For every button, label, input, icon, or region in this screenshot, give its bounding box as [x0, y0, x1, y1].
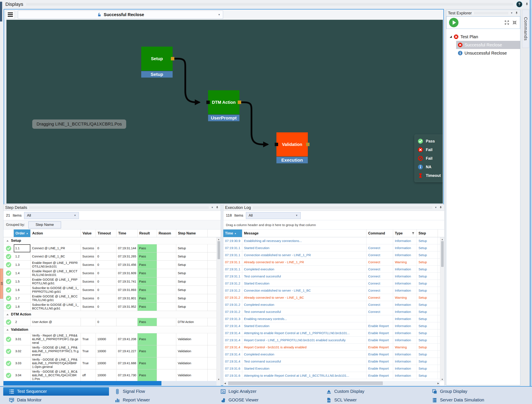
- commands-tab[interactable]: Commands: [522, 10, 529, 48]
- step-group-header-validation[interactable]: Validation: [3, 326, 217, 333]
- pin-icon[interactable]: [525, 2, 529, 6]
- log-row[interactable]: 07:19:31.1Already connected to server - …: [223, 259, 440, 266]
- step-details-filter-dropdown[interactable]: All ▼: [24, 212, 79, 219]
- log-row[interactable]: 07:19:31.4Completed executionEnable Repo…: [223, 351, 440, 358]
- log-row[interactable]: 07:19:31.1Completed executionConnectInfo…: [223, 266, 440, 273]
- help-icon[interactable]: ?: [517, 1, 522, 7]
- node-dtm-action[interactable]: DTM Action UserPrompt: [208, 90, 240, 121]
- collapse-icon[interactable]: [6, 314, 9, 315]
- column-header-value[interactable]: Value: [81, 229, 96, 237]
- collapse-icon[interactable]: [6, 240, 9, 241]
- chevron-down-icon[interactable]: ▼: [211, 206, 213, 209]
- log-row[interactable]: 07:19:31.1Test command successfulConnect…: [223, 273, 440, 280]
- expander-icon[interactable]: [450, 36, 452, 38]
- taskbar-item-data-monitor[interactable]: Data Monitor: [3, 396, 109, 404]
- node-validation-body[interactable]: Validation: [276, 132, 308, 157]
- pin-icon[interactable]: [515, 11, 519, 15]
- scrollbar-thumb[interactable]: [228, 381, 383, 385]
- wire-setup-to-dtm[interactable]: [173, 59, 199, 102]
- chevron-down-icon[interactable]: ▼: [435, 206, 437, 209]
- step-row[interactable]: 3.02Verify - GOOSE @ LINE_1_PR&&&LINE_1_…: [3, 345, 217, 357]
- scenario-dropdown[interactable]: Successful Reclose ▼: [18, 11, 223, 19]
- execution-log-filter-dropdown[interactable]: All ▼: [246, 212, 301, 219]
- node-validation[interactable]: Validation Execution: [276, 132, 308, 163]
- column-header-result[interactable]: Result: [138, 229, 157, 237]
- execution-log-vertical-scrollbar[interactable]: ▲ ▼: [440, 237, 444, 381]
- expand-all-icon[interactable]: [504, 20, 510, 25]
- step-row[interactable]: 2User Action @0PassDTM Action: [3, 318, 217, 326]
- taskbar-item-test-sequencer[interactable]: Test Sequencer: [3, 387, 109, 396]
- taskbar-item-custom-display[interactable]: Custom Display: [321, 387, 426, 396]
- log-row[interactable]: 07:19:31.1Connection established to serv…: [223, 252, 440, 259]
- group-chip-step-name[interactable]: Step Name: [28, 221, 61, 228]
- node-setup[interactable]: Setup Setup: [141, 47, 173, 78]
- log-row[interactable]: 07:19:31.4Report Control - brcb101 is al…: [223, 344, 440, 351]
- log-row[interactable]: 07:19:31.4Attempting to enable Report Co…: [223, 329, 440, 336]
- column-header-command[interactable]: Command: [367, 229, 393, 237]
- scroll-down-icon[interactable]: ▼: [218, 377, 220, 381]
- log-row[interactable]: 07:19:31.4Report Control - LINE_1_PRPROT…: [223, 336, 440, 344]
- titlebar-drag-grip[interactable]: [26, 3, 513, 6]
- log-row[interactable]: 07:19:31.4Started ExecutionEnable Report…: [223, 322, 440, 329]
- flow-canvas[interactable]: Setup Setup DTM Action UserPrompt Valida…: [6, 20, 443, 203]
- step-group-header-setup[interactable]: Setup: [3, 237, 217, 244]
- collapse-icon[interactable]: [6, 329, 9, 330]
- node-validation-output-port[interactable]: [306, 143, 310, 146]
- step-row[interactable]: 1.5Enable GOOSE @ LINE_1_PRPROT/LLN0.gcb…: [3, 278, 217, 286]
- column-header-time[interactable]: Time▲: [223, 229, 242, 237]
- filter-icon[interactable]: [412, 232, 415, 235]
- execution-log-drag-grip[interactable]: [253, 206, 432, 209]
- log-row[interactable]: 07:19:31.2Connection established to serv…: [223, 287, 440, 294]
- node-dtm-action-input-port[interactable]: [206, 101, 210, 104]
- node-setup-body[interactable]: Setup: [141, 47, 173, 71]
- tree-item-successful-reclose[interactable]: Successful Reclose: [456, 41, 520, 49]
- test-explorer-drag-grip[interactable]: [474, 12, 508, 14]
- column-header-time[interactable]: Time: [116, 229, 138, 237]
- log-row[interactable]: 07:19:31.4Test command successfulEnable …: [223, 358, 440, 365]
- pin-icon[interactable]: [439, 206, 443, 209]
- execution-log-horizontal-scrollbar[interactable]: ◀ ▶: [223, 381, 440, 385]
- log-row[interactable]: 07:19:31.1Started ExecutionConnectInform…: [223, 244, 440, 252]
- step-row[interactable]: 3.01Verify - Report @ LINE_1_PR&&&LINE_1…: [3, 333, 217, 345]
- taskbar-item-signal-flow[interactable]: Signal Flow: [109, 387, 215, 396]
- node-setup-output-port[interactable]: [171, 57, 174, 60]
- step-details-drag-grip[interactable]: [29, 206, 209, 209]
- taskbar-item-report-viewer[interactable]: Report Viewer: [109, 396, 215, 404]
- column-header-message[interactable]: Message: [242, 229, 367, 237]
- step-group-header-dtm-action[interactable]: DTM Action: [3, 311, 217, 318]
- column-header-type[interactable]: Type: [393, 229, 417, 237]
- scroll-left-icon[interactable]: ◀: [224, 381, 226, 385]
- node-dtm-action-body[interactable]: DTM Action: [208, 90, 240, 114]
- step-row[interactable]: 1.7Enable GOOSE @ LINE_1_BCCTRL/LLN0.gcb…: [3, 294, 217, 303]
- log-row[interactable]: 07:19:31.6Started ExecutionEnable Report…: [223, 365, 440, 372]
- collapse-all-icon[interactable]: [512, 20, 517, 25]
- log-row[interactable]: 07:19:31.3Enabling necessary controls...…: [223, 315, 440, 322]
- docked-tab-fragment[interactable]: S: [0, 269, 3, 299]
- log-row[interactable]: 07:19:31.2Started ExecutionConnectInform…: [223, 280, 440, 287]
- step-row[interactable]: 3.04Verify - GOOSE @ LINE_1_BC&&&LINE_1_…: [3, 369, 217, 381]
- chevron-down-icon[interactable]: ▼: [511, 12, 513, 14]
- scrollbar-thumb[interactable]: [217, 241, 220, 259]
- scroll-up-icon[interactable]: ▲: [218, 237, 220, 241]
- tree-item-test-plan[interactable]: Test Plan: [446, 33, 520, 41]
- taskbar-item-logic-analyzer[interactable]: Logic Analyzer: [215, 387, 321, 396]
- column-header-reason[interactable]: Reason: [157, 229, 176, 237]
- log-row[interactable]: 07:19:31.6Attempting to enable Report Co…: [223, 372, 440, 379]
- column-header-action[interactable]: Action: [31, 229, 81, 237]
- log-row[interactable]: 07:19:31.2Test command successfulConnect…: [223, 308, 440, 315]
- step-row[interactable]: 1.1Connect @ LINE_1_PRSuccess007:19:31.1…: [3, 244, 217, 252]
- node-dtm-action-output-port[interactable]: [238, 101, 241, 104]
- taskbar-item-group-display[interactable]: Group Display: [426, 387, 532, 396]
- taskbar-item-server-data-simulation[interactable]: Server Data Simulation: [426, 396, 532, 404]
- log-row[interactable]: 07:19:30.9Establishing all necessary con…: [223, 237, 440, 244]
- step-row[interactable]: 1.3Enable Report @ LINE_1_PRPROT/LLN0.br…: [3, 261, 217, 269]
- step-row[interactable]: 1.2Connect @ LINE_1_BCSuccess007:19:31.2…: [3, 252, 217, 261]
- wire-dtm-to-validation[interactable]: [240, 102, 268, 145]
- step-row[interactable]: 3.03Verify - GOOSE @ LINE_1_PR&&&LINE_1_…: [3, 357, 217, 369]
- scroll-down-icon[interactable]: ▼: [441, 377, 443, 381]
- taskbar-item-goose-viewer[interactable]: GOOSE Viewer: [215, 396, 321, 404]
- step-row[interactable]: 1.6Subscribe to GOOSE @ LINE_1_PRPROT/LL…: [3, 286, 217, 294]
- log-row[interactable]: 07:19:31.2Already connected to server - …: [223, 294, 440, 301]
- menu-button[interactable]: [6, 11, 15, 19]
- step-details-horizontal-scrollbar[interactable]: [3, 381, 217, 385]
